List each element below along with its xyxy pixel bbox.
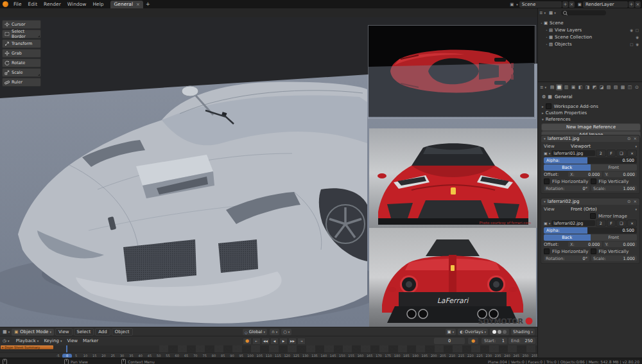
flip-vertical-checkbox[interactable] — [591, 178, 596, 184]
dope-sheet-summary-row[interactable]: ▾ Dope Sheet Summary — [1, 345, 53, 349]
rotation-field[interactable]: Rotation: 0° — [544, 186, 589, 191]
open-image-icon[interactable]: ❏ — [616, 150, 627, 157]
timeline-menu-item[interactable]: View ▾ — [64, 338, 80, 343]
properties-tab-icon[interactable]: ▩ — [620, 84, 626, 91]
frame-end-field[interactable]: End: 250 — [508, 338, 535, 344]
properties-tab-icon[interactable]: ▥ — [563, 84, 569, 91]
properties-tab-icon[interactable]: ◨ — [584, 84, 591, 91]
disclosure-icon[interactable]: • — [541, 21, 542, 25]
properties-tab-icon[interactable]: ▣ — [570, 84, 577, 91]
dopesheet-channels[interactable]: ▾ Dope Sheet Summary — [0, 345, 537, 352]
rotation-field[interactable]: Rotation: 0° — [544, 256, 589, 261]
proportional-caret[interactable]: ▾ — [288, 330, 290, 334]
alpha-slider[interactable]: Alpha: 0.500 — [544, 157, 637, 164]
tool-button[interactable]: Transform — [2, 39, 41, 48]
remove-panel-icon[interactable]: × — [634, 136, 637, 141]
panel-header[interactable]: ▾ laferrari02.jpg ⊙ × — [541, 198, 639, 205]
offset-x-field[interactable]: X: 0.000 — [568, 171, 602, 177]
scale-field[interactable]: Scale: 1.000 — [591, 256, 637, 261]
editor-type-icon[interactable]: ▦ — [3, 329, 7, 334]
collapse-icon[interactable]: ▸ — [542, 105, 544, 108]
tool-button[interactable]: Ruler — [2, 78, 41, 87]
offset-y-field[interactable]: Y: 0.000 — [603, 171, 638, 177]
users-count-button[interactable]: 2 — [596, 220, 606, 227]
scale-field[interactable]: Scale: 1.000 — [591, 186, 637, 191]
reference-image-rear-view[interactable]: LaFerrari SOYMOTOR — [369, 228, 536, 327]
outliner-filter-caret[interactable]: ▾ — [544, 11, 546, 15]
viewport-menu-item[interactable]: View — [55, 328, 73, 336]
alpha-slider[interactable]: Alpha: 0.500 — [544, 227, 637, 234]
outliner-row[interactable]: • ▦ Scene Collection ◉ — [541, 33, 641, 40]
front-toggle[interactable]: Front — [591, 164, 638, 171]
viewport-menu-item[interactable]: Select — [74, 328, 94, 336]
properties-editor-caret[interactable]: ▾ — [544, 85, 546, 89]
close-tab-icon[interactable]: × — [136, 2, 140, 7]
reference-image-front-view[interactable]: Photo courtesy of ferrari.com — [369, 128, 537, 228]
reference-image-top-view[interactable] — [368, 25, 536, 119]
disclosure-icon[interactable]: • — [546, 28, 548, 32]
editor-type-caret[interactable]: ▾ — [8, 330, 10, 334]
add-workspace-button[interactable]: + — [146, 1, 150, 7]
image-type-icon[interactable]: ▣ — [544, 221, 548, 225]
flip-horizontal-checkbox[interactable] — [544, 248, 550, 254]
view-layer-selector[interactable]: RenderLayer — [583, 1, 628, 8]
outliner-row[interactable]: • ▧ Objects □ ◉ — [541, 40, 641, 48]
tool-button[interactable]: Rotate — [2, 58, 41, 67]
image-name-field[interactable]: laferrari02.jpg — [551, 220, 595, 226]
properties-tab-icon[interactable]: ◧ — [577, 84, 584, 91]
disclosure-icon[interactable]: • — [546, 35, 548, 39]
image-name-field[interactable]: laferrari01.jpg — [551, 150, 595, 156]
topbar-menu-item[interactable]: Window — [64, 1, 90, 7]
solid-shading-icon[interactable] — [492, 330, 496, 334]
tool-button[interactable]: Cursor — [2, 20, 41, 29]
visibility-toggle-icons[interactable]: ◉ □ — [630, 28, 639, 32]
orientation-selector[interactable]: ◇ Global ▾ — [243, 329, 267, 335]
collapse-icon[interactable]: ▸ — [542, 111, 544, 115]
transport-button[interactable]: ◀ — [270, 338, 279, 345]
image-type-icon[interactable]: ▣ — [544, 151, 548, 155]
addons-checkbox[interactable] — [546, 103, 551, 109]
visibility-eye-icon[interactable]: ⊙ — [627, 199, 630, 204]
unlink-image-icon[interactable]: × — [627, 150, 637, 157]
tool-button[interactable]: Grab — [2, 49, 41, 58]
front-toggle[interactable]: Front — [591, 234, 638, 241]
remove-panel-icon[interactable]: × — [634, 199, 637, 204]
timeline-menu-item[interactable]: Keying ▾ — [41, 338, 64, 343]
properties-editor-icon[interactable]: ≡ — [540, 85, 543, 90]
topbar-menu-item[interactable]: Edit — [25, 1, 41, 7]
visibility-eye-icon[interactable]: ⊙ — [627, 136, 630, 141]
mode-selector[interactable]: ▣ Object Mode ▾ — [12, 329, 54, 336]
rendered-shading-icon[interactable] — [503, 330, 507, 334]
timeline-editor-caret[interactable]: ▾ — [8, 339, 10, 343]
new-view-layer-button[interactable]: + — [629, 1, 634, 8]
flip-vertical-checkbox[interactable] — [591, 248, 596, 254]
properties-tab-icon[interactable]: ◫ — [627, 84, 633, 91]
transport-button[interactable]: ▶ — [279, 338, 288, 345]
back-toggle[interactable]: Back — [544, 234, 591, 241]
gizmo-toggle[interactable]: ▣ ▾ — [446, 329, 456, 335]
auto-key-toggle[interactable]: ● — [468, 338, 478, 344]
topbar-menu-item[interactable]: File — [10, 1, 25, 7]
current-frame-field[interactable]: 0 — [434, 338, 465, 344]
open-image-icon[interactable]: ❏ — [616, 220, 627, 227]
panel-header[interactable]: ▾ laferrari01.jpg ⊙ × — [541, 135, 639, 142]
proportional-editing-toggle[interactable]: ○ ▾ — [281, 329, 291, 335]
disclosure-icon[interactable]: • — [546, 42, 548, 46]
new-scene-button[interactable]: + — [562, 1, 568, 8]
new-image-reference-button[interactable]: New Image Reference — [541, 123, 641, 131]
shading-caret[interactable]: ▾ — [531, 330, 533, 334]
mirror-checkbox[interactable] — [590, 213, 596, 219]
delete-scene-button[interactable]: × — [569, 1, 575, 8]
panel-collapse-icon[interactable]: ▾ — [544, 137, 546, 141]
fake-user-button[interactable]: F — [607, 150, 616, 157]
collapse-icon[interactable]: ▾ — [542, 117, 544, 121]
section-references[interactable]: ▾ References — [542, 117, 571, 122]
material-shading-icon[interactable] — [498, 330, 501, 334]
section-workspace-addons[interactable]: ▸ Workspace Add-ons — [542, 103, 598, 109]
properties-tab-icon[interactable]: ▨ — [612, 84, 619, 91]
image-type-caret[interactable]: ▾ — [549, 221, 551, 225]
scene-selector-caret[interactable]: ▾ — [516, 3, 518, 6]
visibility-toggle-icons[interactable]: □ ◉ — [630, 42, 639, 46]
transport-button[interactable]: ⇥ — [297, 338, 306, 345]
panel-collapse-icon[interactable]: ▾ — [544, 200, 546, 204]
